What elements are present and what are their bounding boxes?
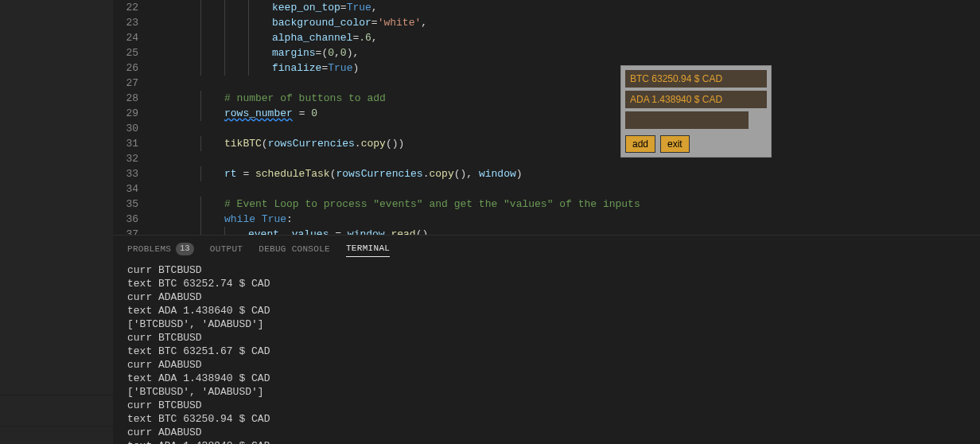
exit-button[interactable]: exit [660,135,690,153]
code-editor[interactable]: 22keep_on_top=True,23background_color='w… [113,0,980,235]
code-text: while True: [224,212,293,227]
tab-debug-console[interactable]: Debug Console [259,241,330,257]
line-number: 32 [113,151,153,166]
code-text: rt = scheduleTask(rowsCurrencies.copy(),… [224,166,523,181]
line-number: 27 [113,76,153,91]
line-number: 28 [113,91,153,106]
line-number: 34 [113,181,153,197]
code-line[interactable]: 26finalize=True) [113,60,980,76]
code-line[interactable]: 24alpha_channel=.6, [113,30,980,45]
sidebar-section[interactable] [0,395,113,426]
code-text: rows_number = 0 [224,106,317,121]
code-text: finalize=True) [272,60,359,76]
line-number: 33 [113,166,153,181]
tab-terminal[interactable]: Terminal [346,240,390,257]
code-line[interactable]: 27 [113,76,980,91]
line-number: 24 [113,30,153,45]
app-root: 22keep_on_top=True,23background_color='w… [0,0,980,444]
code-line[interactable]: 31tikBTC(rowsCurrencies.copy()) [113,136,980,151]
add-button[interactable]: add [625,135,655,153]
button-row: add exit [625,135,767,153]
line-number: 22 [113,0,153,15]
code-line[interactable]: 23background_color='white', [113,15,980,30]
line-number: 23 [113,15,153,30]
panel-tabs: Problems13 Output Debug Console Terminal [113,236,980,262]
tab-problems[interactable]: Problems13 [127,240,194,259]
terminal-output[interactable]: curr BTCBUSD text BTC 63252.74 $ CAD cur… [113,262,980,444]
tab-output[interactable]: Output [210,241,243,257]
code-text: # Event Loop to process "events" and get… [224,197,640,212]
ticker-input[interactable] [625,111,749,129]
code-line[interactable]: 22keep_on_top=True, [113,0,980,15]
price-row-btc: BTC 63250.94 $ CAD [625,70,767,88]
line-number: 36 [113,212,153,227]
line-number: 25 [113,45,153,60]
pysimplegui-window[interactable]: BTC 63250.94 $ CAD ADA 1.438940 $ CAD ad… [620,65,772,158]
code-line[interactable]: 33rt = scheduleTask(rowsCurrencies.copy(… [113,166,980,181]
code-line[interactable]: 32 [113,151,980,166]
tab-problems-label: Problems [127,243,171,253]
code-text: tikBTC(rowsCurrencies.copy()) [224,136,404,151]
code-text: keep_on_top=True, [272,0,378,15]
price-row-ada: ADA 1.438940 $ CAD [625,91,767,108]
code-text: background_color='white', [272,15,427,30]
code-text: event, values = window.read() [248,227,428,235]
bottom-panel: Problems13 Output Debug Console Terminal… [113,235,980,444]
line-number: 29 [113,106,153,121]
code-text: margins=(0,0), [272,45,359,60]
line-number: 26 [113,60,153,76]
code-text: alpha_channel=.6, [272,30,378,45]
line-number: 37 [113,227,153,235]
code-line[interactable]: 30 [113,121,980,136]
code-line[interactable]: 36while True: [113,212,980,227]
explorer-sidebar [0,0,113,444]
problems-badge: 13 [176,243,194,255]
code-line[interactable]: 37event, values = window.read() [113,227,980,235]
code-line[interactable]: 28# number of buttons to add [113,91,980,106]
code-line[interactable]: 29rows_number = 0 [113,106,980,121]
line-number: 35 [113,197,153,212]
code-line[interactable]: 34 [113,181,980,197]
code-line[interactable]: 25margins=(0,0), [113,45,980,60]
code-text: # number of buttons to add [224,91,386,106]
main-area: 22keep_on_top=True,23background_color='w… [113,0,980,444]
line-number: 31 [113,136,153,151]
code-line[interactable]: 35# Event Loop to process "events" and g… [113,197,980,212]
line-number: 30 [113,121,153,136]
